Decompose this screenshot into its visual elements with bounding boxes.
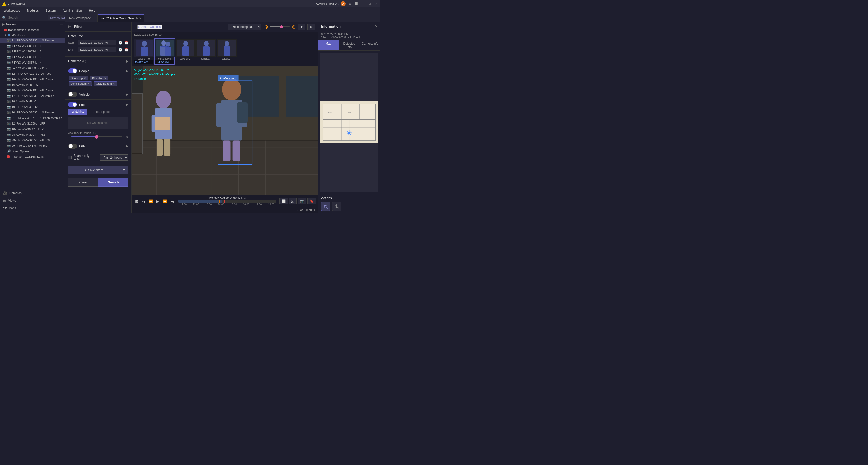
sidebar-cam-14[interactable]: 📷 21-iPro WV-X1571L - AI People/Vehicle [0,115,65,121]
sort-select[interactable]: Descending date [228,24,261,30]
face-tab-upload[interactable]: Upload photo [89,109,114,115]
setup-watchlist-button[interactable]: ⊕ Setup watchlist [137,25,162,29]
lpr-toggle[interactable] [68,144,77,149]
play-button[interactable]: ▶ [155,199,160,204]
sidebar-cam-6[interactable]: 📷 12-iPRO WV-X2271L - AI Face [0,71,65,76]
sidebar-cam-9[interactable]: 📷 16-iPRO WV-S2136L - AI People [0,87,65,93]
sidebar-cam-16[interactable]: 📷 10-iPro WV-X6531 - PTZ [0,126,65,132]
filter-start-calendar-icon[interactable]: 📅 [124,41,128,45]
filter-end-input[interactable] [78,47,116,52]
sidebar-item-views[interactable]: ⊞ Views [0,197,65,204]
sidebar-cam-20[interactable]: 🔊 Demo Speaker [0,148,65,154]
result-thumb-2[interactable]: 02:41:53... [175,38,195,64]
tag-remove-icon[interactable]: ✕ [84,77,86,80]
tag-short-top[interactable]: Short-Top ✕ [68,76,88,80]
info-close-button[interactable]: × [375,24,377,29]
face-tab-watchlist[interactable]: Watchlist [68,109,87,115]
sidebar-item-maps[interactable]: 🗺 Maps [0,204,65,212]
search-within-checkbox[interactable] [68,156,71,159]
export-button[interactable]: ⬆ [298,24,305,30]
menu-administration[interactable]: Administration [61,8,83,13]
sidebar-cam-5[interactable]: 📷 8-iPRO WV-X6533LN - PTZ [0,65,65,71]
filter-end-calendar-icon[interactable]: 📅 [124,48,128,52]
lpr-expand-arrow[interactable]: ▶ [126,144,128,148]
fast-forward-button[interactable]: ⏭ [169,199,175,204]
info-tab-map[interactable]: Map [318,40,339,50]
sidebar-item-transport[interactable]: Transportation Recorder [0,27,65,32]
screenshot-button[interactable]: 🖼 [289,198,297,204]
result-thumb-0[interactable]: 02:51:04PM 12-iPRO WV-... [134,38,154,64]
sidebar-search-input[interactable]: Search [8,16,46,20]
face-toggle[interactable] [68,102,77,107]
sidebar-cam-0[interactable]: 📷 11-iPRO WV-S2236L - AI People [0,37,65,43]
tab-add-button[interactable]: + [144,16,152,21]
tag-blue-top[interactable]: Blue-Top ✕ [90,76,108,80]
sidebar-cam-15[interactable]: 📷 22-iPro WV-S1536L - LPR [0,121,65,126]
info-tab-camera[interactable]: Camera info [360,40,380,50]
sidebar-cam-4[interactable]: 📷 7-iPRO WV-S8574L - 4 [0,60,65,65]
sidebar-cam-2[interactable]: 📷 7-iPRO WV-S8574L - 2 [0,49,65,54]
result-thumb-1[interactable]: 02:50:49PM 11-iPRO WV-... [154,38,175,64]
new-workspace-button[interactable]: New Workspace [48,15,65,20]
sidebar-cam-12[interactable]: 📷 19-iPRO WV-U1542L [0,104,65,110]
timeline-bar[interactable] [178,200,276,203]
filter-start-clock-icon[interactable]: 🕐 [118,41,122,45]
result-thumb-3[interactable]: 02:41:52... [196,38,216,64]
sidebar-cam-18[interactable]: 📷 23-iPRO WV-S4556L - AI 360 [0,137,65,143]
menu-system[interactable]: System [44,8,57,13]
save-filters-button[interactable]: ♥ Save filters [68,166,120,174]
servers-menu-icon[interactable]: ⋯ [60,23,63,26]
filter-end-clock-icon[interactable]: 🕐 [118,48,122,52]
servers-header[interactable]: ▶ Servers ⋯ [0,22,65,27]
cameras-expand-arrow[interactable]: ▶ [126,59,128,63]
vehicle-toggle[interactable] [68,92,77,97]
search-button[interactable]: Search [98,178,128,186]
tab-close-active-guard[interactable]: ✕ [139,17,141,20]
tag-long-bottom[interactable]: Long-Bottom ✕ [68,81,92,86]
menu-help[interactable]: Help [87,8,97,13]
tab-new-workspace[interactable]: New Workspace ✕ [66,14,98,22]
camera-action-button[interactable]: 📷 [298,198,306,204]
user-avatar[interactable]: A [341,1,346,6]
tag-gray-bottom[interactable]: Gray-Bottom ✕ [94,81,117,86]
export-clip-button[interactable]: ⬜ [279,198,288,204]
slider-thumb[interactable] [95,135,98,139]
sidebar-cam-3[interactable]: 📷 7-iPRO WV-S8574L - 3 [0,54,65,60]
collapse-icon[interactable]: ⊢ [68,25,71,29]
bookmark-button[interactable]: 🔖 [307,198,316,204]
tag-remove-icon[interactable]: ✕ [113,82,115,85]
step-forward-button[interactable]: ⏩ [161,199,168,204]
tab-active-guard-search[interactable]: i-PRO Active Guard Search ✕ [98,14,144,22]
sidebar-cam-13[interactable]: 📷 20-iPRO WV-S1536L - AI People [0,110,65,115]
minimize-button[interactable]: — [361,1,365,6]
sidebar-cam-8[interactable]: 📷 15-Advidia M-45-FW [0,82,65,87]
brightness-track[interactable] [270,26,290,27]
search-period-select[interactable]: Past 24 hours [100,154,128,161]
sidebar-cam-19[interactable]: 📷 29-i-Pro WV-S4176 - AI 360 [0,143,65,148]
vehicle-expand-arrow[interactable]: ▶ [126,92,128,96]
maximize-button[interactable]: □ [367,1,372,6]
info-tab-detected[interactable]: Detected info [339,40,360,50]
people-expand-arrow[interactable]: ▶ [126,69,128,72]
sidebar-cam-10[interactable]: 📷 17-iPRO WV-S1536L - AI Vehicle [0,93,65,98]
close-button[interactable]: ✕ [374,1,378,6]
action-person-search-icon[interactable] [321,202,330,211]
face-expand-arrow[interactable]: ▶ [126,103,128,106]
filter-start-input[interactable] [78,40,116,46]
result-thumb-4[interactable]: 02:36:0... [216,38,237,64]
menu-workspaces[interactable]: Workspaces [2,8,22,13]
menu-modules[interactable]: Modules [26,8,40,13]
tab-close-new-workspace[interactable]: ✕ [92,17,94,20]
people-toggle[interactable] [68,68,77,74]
sidebar-item-ipro-demo[interactable]: ▼ i-Pro Demo [0,32,65,37]
sidebar-item-cameras[interactable]: 🎥 Cameras [0,189,65,197]
sidebar-cam-1[interactable]: 📷 7-iPRO WV-S8574L - 1 [0,43,65,49]
action-magnify-icon[interactable] [332,202,341,211]
step-back-button[interactable]: ⏪ [147,199,154,204]
sidebar-cam-7[interactable]: 📷 14-iPRO WV-S2136L - AI People [0,76,65,82]
tag-remove-icon[interactable]: ✕ [104,77,106,80]
tag-remove-icon[interactable]: ✕ [88,82,90,85]
save-filters-dropdown[interactable]: ▼ [120,166,128,174]
sidebar-cam-17[interactable]: 📷 24-Advidia M-200-P - PTZ [0,132,65,137]
brightness-slider[interactable]: 🔆 🔆 [265,25,296,29]
